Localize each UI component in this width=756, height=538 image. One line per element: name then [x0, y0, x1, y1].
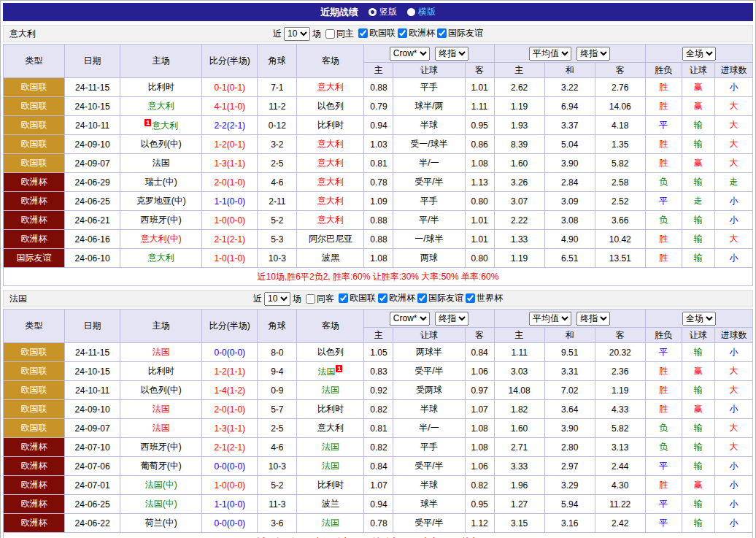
away-team-name[interactable]: 波黑 [322, 253, 339, 263]
handicap-line-cell: 半/一 [393, 419, 465, 438]
away-team-name[interactable]: 意大利 [317, 215, 344, 225]
home-team-name[interactable]: 意大利(中) [141, 234, 182, 244]
odds-company-select[interactable]: Crow* [390, 47, 430, 61]
date-cell: 24-06-10 [65, 249, 120, 268]
same-venue-checkbox[interactable] [306, 294, 315, 304]
competition-checkbox[interactable] [378, 293, 387, 303]
recent-count-select[interactable]: 10 [284, 27, 310, 41]
odds-stage-select[interactable]: 终指 [435, 312, 468, 326]
team-name: 法国 [9, 291, 27, 307]
away-team-cell: 意大利 [297, 78, 364, 97]
odds-company-select[interactable]: Crow* [390, 312, 430, 326]
competition-checkbox[interactable] [437, 28, 447, 38]
home-team-name[interactable]: 荷兰(中) [145, 518, 177, 528]
home-team-name[interactable]: 意大利 [148, 101, 174, 111]
corner-cell: 7-1 [258, 78, 297, 97]
away-team-name[interactable]: 法国 [322, 518, 339, 528]
away-team-cell: 意大利 [297, 419, 364, 438]
competition-filter[interactable]: 欧国联 [358, 27, 396, 39]
home-team-name[interactable]: 瑞士(中) [145, 177, 177, 187]
competition-checkbox[interactable] [358, 28, 368, 38]
avg-odds-home-cell: 2.62 [494, 78, 544, 97]
home-team-name[interactable]: 法国 [153, 347, 170, 357]
away-team-name[interactable]: 意大利 [317, 139, 344, 149]
titlebar: 近期战绩 竖版 横版 [3, 3, 753, 21]
away-team-name[interactable]: 意大利 [317, 177, 344, 187]
euro-average-select[interactable]: 平均值 [529, 312, 571, 326]
home-team-name[interactable]: 法国 [153, 423, 170, 433]
handicap-odds-away-cell: 0.82 [465, 476, 494, 495]
competition-filter[interactable]: 世界杯 [466, 292, 503, 304]
away-team-name[interactable]: 比利时 [317, 480, 344, 490]
away-team-name[interactable]: 意大利 [317, 423, 344, 433]
competition-filter[interactable]: 欧国联 [339, 292, 376, 304]
competition-checkbox[interactable] [466, 293, 475, 303]
col-corner: 角球 [258, 45, 297, 78]
euro-stage-select[interactable]: 终指 [576, 47, 610, 61]
home-team-cell: 葡萄牙(中) [120, 457, 202, 476]
home-team-name[interactable]: 西班牙(中) [141, 215, 182, 225]
result-goals-cell: 小 [714, 400, 752, 419]
layout-option-vertical[interactable]: 竖版 [369, 6, 397, 18]
euro-average-select[interactable]: 平均值 [529, 47, 571, 61]
home-team-name[interactable]: 法国(中) [145, 480, 177, 490]
home-team-name[interactable]: 比利时 [148, 82, 174, 92]
result-wdl-cell: 平 [645, 116, 682, 135]
competition-type-cell: 欧洲杯 [4, 476, 65, 495]
competition-filter[interactable]: 国际友谊 [437, 27, 483, 39]
same-venue-filter[interactable]: 同主 [325, 28, 354, 40]
away-team-name[interactable]: 法国 [322, 385, 339, 395]
recent-count-select[interactable]: 10 [264, 292, 290, 306]
home-team-name[interactable]: 法国(中) [145, 499, 177, 509]
same-venue-filter[interactable]: 同客 [306, 293, 334, 305]
home-team-name[interactable]: 以色列(中) [141, 139, 182, 149]
away-team-name[interactable]: 波兰 [322, 499, 339, 509]
handicap-line-cell: 受平/半 [393, 457, 465, 476]
away-team-name[interactable]: 法国 [322, 461, 339, 471]
date-cell: 24-11-15 [65, 78, 120, 97]
competition-filter[interactable]: 欧洲杯 [398, 27, 435, 39]
competition-checkbox[interactable] [398, 28, 407, 38]
away-team-name[interactable]: 比利时 [317, 404, 344, 414]
home-team-name[interactable]: 克罗地亚(中) [136, 196, 186, 206]
away-team-name[interactable]: 以色列 [317, 101, 344, 111]
match-row: 欧国联24-10-15意大利4-1(1-0)11-2以色列0.79球半/两1.1… [4, 97, 753, 116]
avg-odds-home-cell: 1.11 [494, 343, 544, 362]
away-team-name[interactable]: 意大利 [317, 82, 344, 92]
competition-filter[interactable]: 欧洲杯 [378, 292, 415, 304]
same-venue-checkbox[interactable] [325, 29, 335, 39]
layout-option-horizontal[interactable]: 横版 [407, 6, 436, 18]
avg-odds-draw-cell: 3.22 [544, 78, 595, 97]
handicap-odds-away-cell: 0.80 [465, 249, 494, 268]
near-label: 近 [273, 28, 282, 40]
competition-filter[interactable]: 国际友谊 [417, 292, 463, 304]
home-team-name[interactable]: 比利时 [148, 366, 174, 376]
home-team-name[interactable]: 以色列(中) [141, 385, 182, 395]
away-team-name[interactable]: 意大利 [317, 196, 344, 206]
home-team-name[interactable]: 法国 [153, 404, 170, 414]
away-team-cell: 比利时 [297, 400, 364, 419]
radio-unselected-icon[interactable] [407, 8, 415, 16]
col-type: 类型 [4, 310, 65, 343]
away-team-name[interactable]: 意大利 [317, 158, 344, 168]
away-team-name[interactable]: 比利时 [317, 120, 344, 130]
col-euro-draw: 和 [544, 63, 595, 78]
odds-stage-select[interactable]: 终指 [435, 47, 468, 61]
away-team-name[interactable]: 以色列 [317, 347, 344, 357]
competition-checkbox[interactable] [339, 293, 348, 303]
home-team-name[interactable]: 葡萄牙(中) [141, 461, 182, 471]
scope-select[interactable]: 全场 [682, 312, 716, 326]
away-team-name[interactable]: 法国 [322, 442, 339, 452]
radio-selected-icon[interactable] [369, 8, 377, 16]
euro-stage-select[interactable]: 终指 [576, 312, 610, 326]
scope-select[interactable]: 全场 [682, 47, 716, 61]
home-team-name[interactable]: 意大利 [152, 120, 178, 131]
home-team-name[interactable]: 西班牙(中) [141, 442, 182, 452]
away-team-name[interactable]: 阿尔巴尼亚 [309, 234, 352, 244]
handicap-odds-away-cell: 1.01 [465, 211, 494, 230]
handicap-odds-away-cell: 0.95 [465, 116, 494, 135]
home-team-name[interactable]: 法国 [153, 158, 170, 168]
away-team-name[interactable]: 法国 [317, 366, 335, 377]
home-team-name[interactable]: 意大利 [148, 253, 174, 263]
competition-checkbox[interactable] [417, 293, 427, 303]
